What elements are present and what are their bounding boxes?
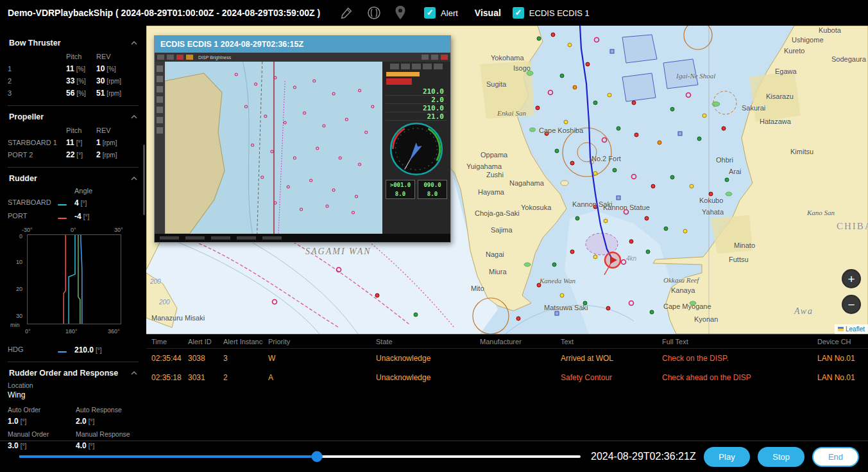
thruster-rev-value: 10[%] xyxy=(96,64,139,74)
hdg-label: HDG xyxy=(8,345,58,353)
alert-cell: A xyxy=(263,373,371,382)
pencil-icon[interactable] xyxy=(339,6,353,20)
alert-checkbox[interactable]: ✓ xyxy=(424,7,436,19)
playback-slider[interactable] xyxy=(19,451,581,462)
rudder-order-header[interactable]: Rudder Order and Response xyxy=(9,369,137,378)
rudder-header[interactable]: Rudder xyxy=(9,174,137,183)
ecdis-status-bar xyxy=(155,234,450,242)
sidebar-scrollbar[interactable] xyxy=(143,144,145,215)
alert-cell: Unacknowledge xyxy=(371,373,475,382)
propeller-row-label: PORT 2 xyxy=(8,150,66,161)
alert-table-body: 02:35:4430383WUnacknowledgeArrived at WO… xyxy=(146,349,868,387)
rudder-port-value: -4[°] xyxy=(74,210,139,222)
leaflet-flag-icon xyxy=(838,327,844,331)
ecdis-alarm-box xyxy=(386,78,412,85)
ecdis-side-toolbar xyxy=(155,62,165,234)
angle-column-header: Angle xyxy=(74,187,139,195)
propeller-table: Pitch REV STARBOARD 1 11[°] 1[rpm] PORT … xyxy=(8,125,139,161)
ecdis-readout-value: 21.0 xyxy=(386,112,447,121)
propeller-pitch-value: 22[°] xyxy=(66,150,96,161)
thruster-rev-value: 51[rpm] xyxy=(96,88,139,99)
top-bar: Demo-VDRPlaybackShip ( 2024-08-29T01:00:… xyxy=(0,0,868,26)
rev-column-header: REV xyxy=(96,51,139,62)
propeller-rev-value: 2[rpm] xyxy=(96,150,139,161)
alert-column-header: Priority xyxy=(263,338,371,345)
propeller-section: Propeller Pitch REV STARBOARD 1 11[°] 1[… xyxy=(0,112,146,168)
chart-unit-label: min xyxy=(10,322,20,328)
ecdis-port-readout-box: >001.0 8.0 xyxy=(386,180,415,199)
play-button[interactable]: Play xyxy=(704,447,751,467)
ecdis-readout-value: 210.0 xyxy=(386,87,447,96)
chart-tick: -30° xyxy=(22,227,33,233)
alert-checkbox-group: ✓ Alert xyxy=(424,7,458,19)
ecdis-brightness-bar xyxy=(386,72,420,76)
alert-cell: Check ahead on the DISP xyxy=(657,373,812,382)
divider xyxy=(8,362,139,362)
alert-column-header: Device CH xyxy=(812,338,868,345)
ecdis-compass-rose xyxy=(388,121,445,177)
split-circle-icon[interactable] xyxy=(366,5,382,21)
chart-tick: 360° xyxy=(108,328,120,335)
slider-handle[interactable] xyxy=(311,451,322,462)
ecdis-checkbox-group: ✓ ECDIS ECDIS 1 xyxy=(513,7,590,19)
thruster-row-label: 2 xyxy=(8,76,66,87)
rudder-order-section: Rudder Order and Response Location Wing … xyxy=(0,369,146,451)
end-button[interactable]: End xyxy=(812,447,859,467)
manual-response-value: 4.0[°] xyxy=(76,439,139,451)
bow-thruster-header[interactable]: Bow Thruster xyxy=(9,39,137,48)
bow-thruster-table: Pitch REV 1 11[%] 10[%] 2 33[%] 30[rpm] … xyxy=(8,51,139,99)
auto-order-value: 1.0[°] xyxy=(8,415,76,426)
swatch-cell xyxy=(58,197,74,208)
zoom-in-button[interactable]: + xyxy=(842,269,861,288)
propeller-title: Propeller xyxy=(9,112,44,121)
chevron-up-icon[interactable] xyxy=(131,115,137,119)
ecdis-overlay-titlebar[interactable]: ECDIS ECDIS 1 2024-08-29T02:36:15Z xyxy=(155,36,450,53)
pitch-column-header: Pitch xyxy=(66,125,96,136)
ecdis-toolbar-label: DISP Brightness xyxy=(198,55,231,60)
swatch-cell xyxy=(58,210,74,222)
rudder-starboard-label: STARBOARD xyxy=(8,198,58,206)
alert-cell: Unacknowledge xyxy=(371,354,475,363)
chart-tick: 10 xyxy=(16,259,22,265)
ecdis-checkbox[interactable]: ✓ xyxy=(513,7,524,19)
rudder-table: Angle STARBOARD 4[°] PORT -4[°] xyxy=(8,187,139,222)
ecdis-overlay-window[interactable]: ECDIS ECDIS 1 2024-08-29T02:36:15Z DISP … xyxy=(154,35,451,243)
alert-row[interactable]: 02:35:4430383WUnacknowledgeArrived at WO… xyxy=(146,349,868,368)
chevron-up-icon[interactable] xyxy=(131,371,137,375)
chart-tick: 0° xyxy=(71,227,76,233)
attribution-link[interactable]: Leaflet xyxy=(846,326,865,333)
hdg-line-swatch xyxy=(58,351,67,353)
location-label: Location xyxy=(8,381,139,389)
divider xyxy=(8,167,139,168)
nautical-chart-map[interactable]: YokohamaIsogoSugitaEnkai SanCape Koshiba… xyxy=(146,26,868,334)
location-pin-icon[interactable] xyxy=(395,5,406,21)
spacer xyxy=(8,125,66,136)
alert-cell: 2 xyxy=(218,373,263,382)
starboard-line-swatch xyxy=(58,204,67,205)
alert-row[interactable]: 02:35:1830312AUnacknowledgeSafety Contou… xyxy=(146,368,868,387)
alert-column-header: Alert Instance xyxy=(218,338,263,345)
chevron-up-icon[interactable] xyxy=(131,177,137,180)
chevron-up-icon[interactable] xyxy=(131,41,137,45)
alert-cell: LAN No.01 xyxy=(812,373,868,382)
alert-cell: Check on the DISP. xyxy=(657,354,812,363)
propeller-pitch-value: 11[°] xyxy=(66,137,96,148)
map-attribution: Leaflet xyxy=(835,324,868,334)
alert-column-header: Text xyxy=(556,338,657,345)
chart-tick: 0° xyxy=(25,328,31,335)
hdg-row: HDG 210.0[°] xyxy=(8,344,139,355)
auto-response-value: 2.0[°] xyxy=(76,415,139,426)
alert-column-header: Manufacturer xyxy=(475,338,556,345)
ecdis-starboard-readout-box: 090.0 8.0 xyxy=(418,180,447,199)
manual-order-value: 3.0[°] xyxy=(8,439,76,451)
alert-cell: 3038 xyxy=(183,354,218,363)
propeller-header[interactable]: Propeller xyxy=(9,112,137,121)
spacer xyxy=(8,51,66,62)
alert-table-header: TimeAlert IDAlert InstancePriorityStateM… xyxy=(146,335,868,349)
stop-button[interactable]: Stop xyxy=(758,447,804,467)
pitch-column-header: Pitch xyxy=(66,51,96,62)
zoom-out-button[interactable]: − xyxy=(842,295,861,314)
bow-thruster-section: Bow Thruster Pitch REV 1 11[%] 10[%] 2 3… xyxy=(0,39,146,106)
alert-list: TimeAlert IDAlert InstancePriorityStateM… xyxy=(146,334,868,441)
alert-checkbox-label: Alert xyxy=(441,8,458,18)
